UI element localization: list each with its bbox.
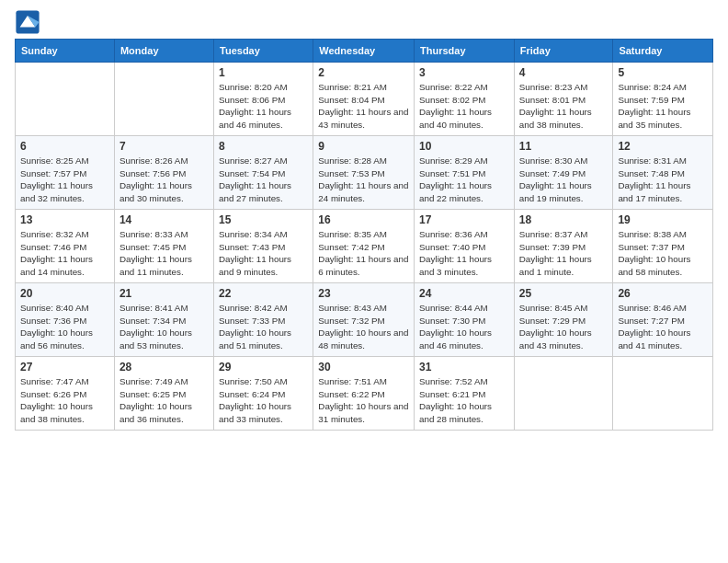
day-number: 28 xyxy=(119,361,209,373)
day-info: Sunrise: 8:38 AMSunset: 7:37 PMDaylight:… xyxy=(618,228,708,279)
day-number: 29 xyxy=(219,361,308,373)
day-info: Sunrise: 8:40 AMSunset: 7:36 PMDaylight:… xyxy=(20,302,109,352)
day-info: Sunrise: 8:45 AMSunset: 7:29 PMDaylight:… xyxy=(519,302,609,352)
calendar-cell: 29Sunrise: 7:50 AMSunset: 6:24 PMDayligh… xyxy=(214,357,313,431)
day-info: Sunrise: 8:43 AMSunset: 7:32 PMDaylight:… xyxy=(318,302,409,352)
calendar-cell: 23Sunrise: 8:43 AMSunset: 7:32 PMDayligh… xyxy=(313,283,415,357)
day-info: Sunrise: 8:23 AMSunset: 8:01 PMDaylight:… xyxy=(519,81,609,132)
day-info: Sunrise: 8:31 AMSunset: 7:48 PMDaylight:… xyxy=(618,155,708,205)
day-info: Sunrise: 8:41 AMSunset: 7:34 PMDaylight:… xyxy=(119,302,209,352)
day-number: 15 xyxy=(219,213,308,226)
calendar-cell xyxy=(613,357,713,431)
calendar-cell: 7Sunrise: 8:26 AMSunset: 7:56 PMDaylight… xyxy=(114,136,213,210)
calendar-cell: 3Sunrise: 8:22 AMSunset: 8:02 PMDaylight… xyxy=(415,63,515,136)
day-info: Sunrise: 8:36 AMSunset: 7:40 PMDaylight:… xyxy=(419,228,509,279)
day-number: 16 xyxy=(318,213,409,226)
calendar-cell: 19Sunrise: 8:38 AMSunset: 7:37 PMDayligh… xyxy=(613,210,713,283)
logo xyxy=(15,9,42,35)
calendar-cell: 28Sunrise: 7:49 AMSunset: 6:25 PMDayligh… xyxy=(114,357,213,431)
day-number: 4 xyxy=(519,66,609,79)
calendar-cell: 5Sunrise: 8:24 AMSunset: 7:59 PMDaylight… xyxy=(613,63,713,136)
calendar-cell: 13Sunrise: 8:32 AMSunset: 7:46 PMDayligh… xyxy=(16,210,115,283)
calendar-cell xyxy=(514,357,613,431)
calendar-cell: 18Sunrise: 8:37 AMSunset: 7:39 PMDayligh… xyxy=(514,210,613,283)
day-number: 18 xyxy=(519,213,609,226)
calendar-week-row: 20Sunrise: 8:40 AMSunset: 7:36 PMDayligh… xyxy=(16,283,713,357)
calendar-cell: 11Sunrise: 8:30 AMSunset: 7:49 PMDayligh… xyxy=(514,136,613,210)
day-info: Sunrise: 7:51 AMSunset: 6:22 PMDaylight:… xyxy=(318,375,409,426)
calendar-day-header: Tuesday xyxy=(214,40,313,63)
calendar-cell: 17Sunrise: 8:36 AMSunset: 7:40 PMDayligh… xyxy=(415,210,515,283)
day-info: Sunrise: 8:34 AMSunset: 7:43 PMDaylight:… xyxy=(219,228,308,279)
calendar-cell: 8Sunrise: 8:27 AMSunset: 7:54 PMDaylight… xyxy=(214,136,313,210)
calendar-cell: 25Sunrise: 8:45 AMSunset: 7:29 PMDayligh… xyxy=(514,283,613,357)
calendar-table: SundayMondayTuesdayWednesdayThursdayFrid… xyxy=(15,39,713,431)
day-info: Sunrise: 8:46 AMSunset: 7:27 PMDaylight:… xyxy=(618,302,708,352)
day-number: 7 xyxy=(119,140,209,153)
day-info: Sunrise: 7:47 AMSunset: 6:26 PMDaylight:… xyxy=(20,375,109,426)
day-number: 22 xyxy=(219,287,308,300)
day-number: 11 xyxy=(519,140,609,153)
day-number: 25 xyxy=(519,287,609,300)
calendar-week-row: 1Sunrise: 8:20 AMSunset: 8:06 PMDaylight… xyxy=(16,63,713,136)
day-number: 12 xyxy=(618,140,708,153)
calendar-cell xyxy=(16,63,115,136)
calendar-cell: 14Sunrise: 8:33 AMSunset: 7:45 PMDayligh… xyxy=(114,210,213,283)
calendar-day-header: Thursday xyxy=(415,40,515,63)
day-info: Sunrise: 8:28 AMSunset: 7:53 PMDaylight:… xyxy=(318,155,409,205)
calendar-day-header: Saturday xyxy=(613,40,713,63)
calendar-cell: 20Sunrise: 8:40 AMSunset: 7:36 PMDayligh… xyxy=(16,283,115,357)
calendar-cell: 27Sunrise: 7:47 AMSunset: 6:26 PMDayligh… xyxy=(16,357,115,431)
day-info: Sunrise: 8:27 AMSunset: 7:54 PMDaylight:… xyxy=(219,155,308,205)
day-number: 19 xyxy=(618,213,708,226)
day-number: 17 xyxy=(419,213,509,226)
calendar-cell: 24Sunrise: 8:44 AMSunset: 7:30 PMDayligh… xyxy=(415,283,515,357)
calendar-cell: 6Sunrise: 8:25 AMSunset: 7:57 PMDaylight… xyxy=(16,136,115,210)
calendar-cell: 16Sunrise: 8:35 AMSunset: 7:42 PMDayligh… xyxy=(313,210,415,283)
day-number: 8 xyxy=(219,140,308,153)
day-number: 3 xyxy=(419,66,509,79)
calendar-day-header: Sunday xyxy=(16,40,115,63)
day-info: Sunrise: 8:25 AMSunset: 7:57 PMDaylight:… xyxy=(20,155,109,205)
day-info: Sunrise: 8:30 AMSunset: 7:49 PMDaylight:… xyxy=(519,155,609,205)
calendar-day-header: Friday xyxy=(514,40,613,63)
calendar-cell: 30Sunrise: 7:51 AMSunset: 6:22 PMDayligh… xyxy=(313,357,415,431)
day-info: Sunrise: 7:50 AMSunset: 6:24 PMDaylight:… xyxy=(219,375,308,426)
day-number: 23 xyxy=(318,287,409,300)
page-header xyxy=(15,9,713,35)
day-number: 6 xyxy=(20,140,109,153)
day-number: 9 xyxy=(318,140,409,153)
day-info: Sunrise: 8:32 AMSunset: 7:46 PMDaylight:… xyxy=(20,228,109,279)
calendar-cell: 4Sunrise: 8:23 AMSunset: 8:01 PMDaylight… xyxy=(514,63,613,136)
calendar-cell: 2Sunrise: 8:21 AMSunset: 8:04 PMDaylight… xyxy=(313,63,415,136)
calendar-cell: 26Sunrise: 8:46 AMSunset: 7:27 PMDayligh… xyxy=(613,283,713,357)
calendar-cell: 21Sunrise: 8:41 AMSunset: 7:34 PMDayligh… xyxy=(114,283,213,357)
day-info: Sunrise: 7:49 AMSunset: 6:25 PMDaylight:… xyxy=(119,375,209,426)
day-info: Sunrise: 8:22 AMSunset: 8:02 PMDaylight:… xyxy=(419,81,509,132)
day-info: Sunrise: 8:42 AMSunset: 7:33 PMDaylight:… xyxy=(219,302,308,352)
day-number: 13 xyxy=(20,213,109,226)
calendar-cell xyxy=(114,63,213,136)
calendar-day-header: Wednesday xyxy=(313,40,415,63)
day-info: Sunrise: 8:29 AMSunset: 7:51 PMDaylight:… xyxy=(419,155,509,205)
day-number: 30 xyxy=(318,361,409,373)
calendar-cell: 15Sunrise: 8:34 AMSunset: 7:43 PMDayligh… xyxy=(214,210,313,283)
calendar-cell: 31Sunrise: 7:52 AMSunset: 6:21 PMDayligh… xyxy=(415,357,515,431)
day-number: 20 xyxy=(20,287,109,300)
calendar-week-row: 13Sunrise: 8:32 AMSunset: 7:46 PMDayligh… xyxy=(16,210,713,283)
day-info: Sunrise: 8:24 AMSunset: 7:59 PMDaylight:… xyxy=(618,81,708,132)
calendar-cell: 22Sunrise: 8:42 AMSunset: 7:33 PMDayligh… xyxy=(214,283,313,357)
calendar-day-header: Monday xyxy=(114,40,213,63)
calendar-cell: 12Sunrise: 8:31 AMSunset: 7:48 PMDayligh… xyxy=(613,136,713,210)
day-info: Sunrise: 8:26 AMSunset: 7:56 PMDaylight:… xyxy=(119,155,209,205)
day-number: 27 xyxy=(20,361,109,373)
calendar-cell: 10Sunrise: 8:29 AMSunset: 7:51 PMDayligh… xyxy=(415,136,515,210)
day-number: 1 xyxy=(219,66,308,79)
calendar-cell: 9Sunrise: 8:28 AMSunset: 7:53 PMDaylight… xyxy=(313,136,415,210)
day-number: 31 xyxy=(419,361,509,373)
day-number: 10 xyxy=(419,140,509,153)
day-number: 2 xyxy=(318,66,409,79)
day-number: 21 xyxy=(119,287,209,300)
day-number: 14 xyxy=(119,213,209,226)
day-info: Sunrise: 8:37 AMSunset: 7:39 PMDaylight:… xyxy=(519,228,609,279)
